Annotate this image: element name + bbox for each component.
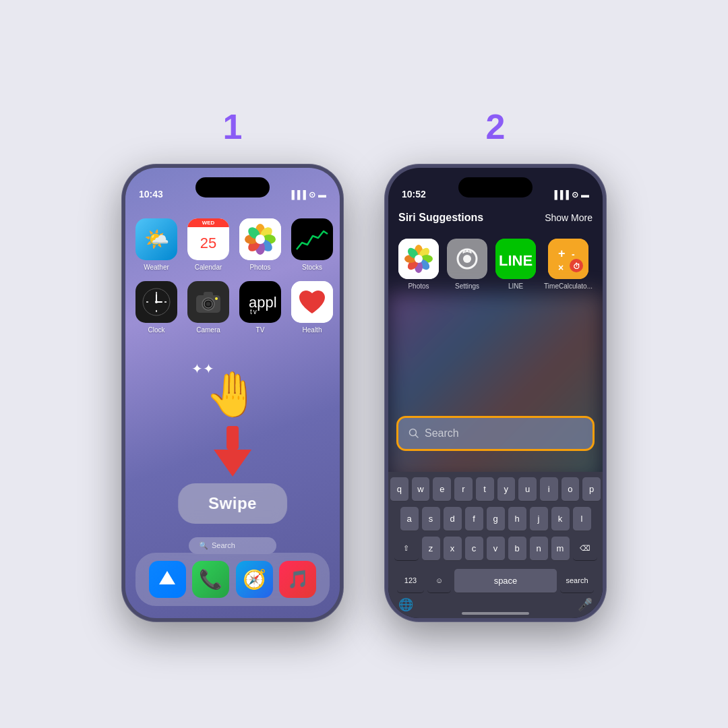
step2-wrapper: 2 10:52 ▐▐▐ ⊙ ▬: [384, 107, 607, 622]
key-z[interactable]: z: [422, 537, 440, 561]
key-search[interactable]: search: [560, 569, 594, 593]
svg-point-37: [415, 255, 423, 263]
weather-label: Weather: [144, 264, 169, 271]
wifi-icon-2: ⊙: [572, 190, 578, 200]
svg-rect-20: [204, 292, 213, 297]
stocks-app[interactable]: Stocks: [291, 218, 333, 271]
key-e[interactable]: e: [433, 477, 451, 502]
siri-apps: Photos: [388, 235, 603, 293]
svg-text:×: ×: [558, 262, 564, 273]
tap-gesture: ✦✦ 🤚: [205, 372, 260, 416]
calendar-app[interactable]: WED 25 Calendar: [187, 218, 229, 271]
calendar-label: Calendar: [195, 264, 222, 271]
key-v[interactable]: v: [487, 537, 505, 561]
key-m[interactable]: m: [551, 537, 570, 561]
phone2: 10:52 ▐▐▐ ⊙ ▬ Siri Suggestions Show More: [384, 164, 607, 622]
safari-dock[interactable]: 🧭: [236, 561, 273, 598]
key-p[interactable]: p: [582, 477, 601, 502]
key-f[interactable]: f: [465, 507, 483, 531]
swipe-button: Swipe: [178, 483, 287, 524]
search-small-label: Search: [212, 541, 235, 549]
music-dock[interactable]: 🎵: [279, 561, 316, 598]
search-bar-small[interactable]: 🔍 Search: [189, 537, 276, 554]
key-u[interactable]: u: [518, 477, 537, 502]
step2-number: 2: [486, 107, 506, 147]
stocks-icon: [291, 218, 333, 260]
svg-point-24: [215, 297, 218, 300]
key-a[interactable]: a: [400, 507, 419, 531]
siri-line[interactable]: LINE LINE: [495, 239, 536, 290]
wifi-icon: ⊙: [309, 190, 315, 200]
key-o[interactable]: o: [562, 477, 580, 502]
siri-timecalc-label: TimeCalculato...: [544, 282, 593, 290]
key-emoji[interactable]: ☺: [427, 569, 451, 593]
dock: 📞 🧭 🎵: [135, 553, 330, 606]
main-container: 1 10:43 ▐▐▐ ⊙ ▬: [121, 107, 607, 622]
svg-text:+: +: [558, 247, 566, 260]
clock-app[interactable]: Clock: [135, 281, 177, 334]
key-g[interactable]: g: [487, 507, 505, 531]
keyboard-bottom: 123 ☺ space search: [390, 566, 601, 596]
siri-photos[interactable]: Photos: [398, 239, 439, 290]
home-indicator-2: [462, 612, 529, 615]
phone1: 10:43 ▐▐▐ ⊙ ▬ 🌤️: [121, 164, 344, 622]
step1-wrapper: 1 10:43 ▐▐▐ ⊙ ▬: [121, 107, 344, 622]
tv-label: TV: [256, 326, 265, 334]
tv-app[interactable]: apple tv TV: [239, 281, 281, 334]
arrow-head: [214, 450, 251, 477]
status-icons-1: ▐▐▐ ⊙ ▬: [289, 190, 326, 200]
siri-settings-label: Settings: [455, 282, 479, 290]
arrow-shaft: [226, 426, 239, 450]
key-k[interactable]: k: [551, 507, 570, 531]
weather-app[interactable]: 🌤️ Weather: [135, 218, 177, 271]
show-more-button[interactable]: Show More: [545, 212, 593, 223]
siri-line-icon: LINE: [495, 239, 536, 279]
siri-settings[interactable]: Settings: [447, 239, 487, 290]
camera-app[interactable]: Camera: [187, 281, 229, 334]
svg-point-23: [206, 302, 210, 306]
key-shift[interactable]: ⇧: [394, 537, 419, 561]
key-s[interactable]: s: [422, 507, 440, 531]
key-q[interactable]: q: [390, 477, 408, 502]
svg-point-41: [463, 255, 471, 263]
key-l[interactable]: l: [573, 507, 591, 531]
key-n[interactable]: n: [530, 537, 548, 561]
keyboard: q w e r t y u i o p a: [388, 472, 603, 618]
tv-app-icon: apple tv: [239, 281, 281, 323]
search-placeholder: Search: [425, 427, 459, 439]
key-space[interactable]: space: [454, 569, 557, 593]
search-magnifier-icon: [408, 428, 419, 439]
key-delete[interactable]: ⌫: [573, 537, 597, 561]
siri-timecalc[interactable]: + - × ⏱ TimeCalculato...: [544, 239, 593, 290]
search-field-highlighted[interactable]: Search: [396, 416, 595, 451]
phone2-inner: 10:52 ▐▐▐ ⊙ ▬ Siri Suggestions Show More: [388, 168, 603, 618]
key-w[interactable]: w: [412, 477, 430, 502]
globe-icon[interactable]: 🌐: [398, 597, 413, 612]
health-app[interactable]: Health: [291, 281, 333, 334]
key-t[interactable]: t: [476, 477, 494, 502]
key-b[interactable]: b: [508, 537, 526, 561]
signal-icon-2: ▐▐▐: [551, 190, 569, 200]
key-123[interactable]: 123: [397, 569, 424, 593]
key-y[interactable]: y: [497, 477, 516, 502]
red-arrow-container: [214, 426, 251, 477]
key-r[interactable]: r: [454, 477, 473, 502]
clock-label: Clock: [148, 326, 164, 334]
phone-dock[interactable]: 📞: [192, 561, 229, 598]
key-c[interactable]: c: [465, 537, 483, 561]
app-store-dock[interactable]: [149, 561, 186, 598]
key-j[interactable]: j: [530, 507, 548, 531]
key-x[interactable]: x: [444, 537, 462, 561]
key-i[interactable]: i: [540, 477, 558, 502]
photos-app[interactable]: Photos: [239, 218, 281, 271]
mic-icon[interactable]: 🎤: [578, 597, 593, 612]
swipe-area: ✦✦ 🤚 Swipe: [178, 372, 287, 524]
weather-icon: 🌤️: [135, 218, 177, 260]
photos-label: Photos: [249, 264, 270, 271]
camera-app-icon: [187, 281, 229, 323]
keyboard-row2: a s d f g h j k l: [390, 507, 601, 531]
time-1: 10:43: [139, 189, 163, 200]
siri-line-label: LINE: [508, 282, 523, 290]
key-d[interactable]: d: [444, 507, 462, 531]
key-h[interactable]: h: [508, 507, 526, 531]
